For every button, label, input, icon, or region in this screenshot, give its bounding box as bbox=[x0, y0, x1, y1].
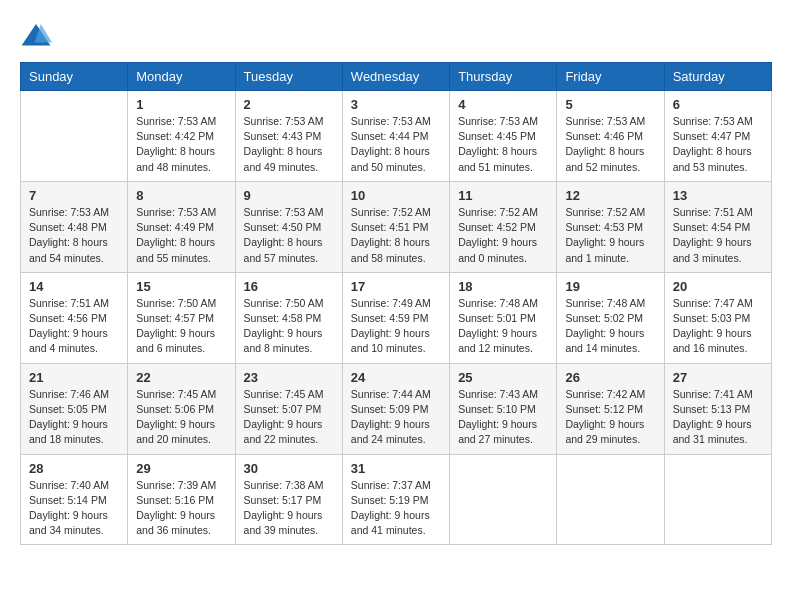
calendar-cell: 22Sunrise: 7:45 AMSunset: 5:06 PMDayligh… bbox=[128, 363, 235, 454]
calendar-cell: 26Sunrise: 7:42 AMSunset: 5:12 PMDayligh… bbox=[557, 363, 664, 454]
day-info: Sunrise: 7:53 AMSunset: 4:45 PMDaylight:… bbox=[458, 114, 548, 175]
calendar-cell bbox=[557, 454, 664, 545]
day-number: 11 bbox=[458, 188, 548, 203]
calendar-cell bbox=[664, 454, 771, 545]
day-number: 8 bbox=[136, 188, 226, 203]
calendar-cell: 15Sunrise: 7:50 AMSunset: 4:57 PMDayligh… bbox=[128, 272, 235, 363]
day-number: 14 bbox=[29, 279, 119, 294]
calendar-week-row: 28Sunrise: 7:40 AMSunset: 5:14 PMDayligh… bbox=[21, 454, 772, 545]
day-info: Sunrise: 7:50 AMSunset: 4:58 PMDaylight:… bbox=[244, 296, 334, 357]
calendar-cell: 20Sunrise: 7:47 AMSunset: 5:03 PMDayligh… bbox=[664, 272, 771, 363]
day-info: Sunrise: 7:53 AMSunset: 4:46 PMDaylight:… bbox=[565, 114, 655, 175]
calendar-cell: 17Sunrise: 7:49 AMSunset: 4:59 PMDayligh… bbox=[342, 272, 449, 363]
day-number: 12 bbox=[565, 188, 655, 203]
day-info: Sunrise: 7:49 AMSunset: 4:59 PMDaylight:… bbox=[351, 296, 441, 357]
day-info: Sunrise: 7:51 AMSunset: 4:54 PMDaylight:… bbox=[673, 205, 763, 266]
day-info: Sunrise: 7:41 AMSunset: 5:13 PMDaylight:… bbox=[673, 387, 763, 448]
day-info: Sunrise: 7:53 AMSunset: 4:43 PMDaylight:… bbox=[244, 114, 334, 175]
day-number: 27 bbox=[673, 370, 763, 385]
calendar-header: SundayMondayTuesdayWednesdayThursdayFrid… bbox=[21, 63, 772, 91]
day-number: 19 bbox=[565, 279, 655, 294]
day-info: Sunrise: 7:39 AMSunset: 5:16 PMDaylight:… bbox=[136, 478, 226, 539]
weekday-header-sunday: Sunday bbox=[21, 63, 128, 91]
day-info: Sunrise: 7:38 AMSunset: 5:17 PMDaylight:… bbox=[244, 478, 334, 539]
calendar-cell: 30Sunrise: 7:38 AMSunset: 5:17 PMDayligh… bbox=[235, 454, 342, 545]
page-header bbox=[20, 20, 772, 52]
weekday-header-tuesday: Tuesday bbox=[235, 63, 342, 91]
day-info: Sunrise: 7:48 AMSunset: 5:01 PMDaylight:… bbox=[458, 296, 548, 357]
day-info: Sunrise: 7:40 AMSunset: 5:14 PMDaylight:… bbox=[29, 478, 119, 539]
calendar-cell: 16Sunrise: 7:50 AMSunset: 4:58 PMDayligh… bbox=[235, 272, 342, 363]
day-number: 18 bbox=[458, 279, 548, 294]
day-number: 20 bbox=[673, 279, 763, 294]
calendar-cell: 8Sunrise: 7:53 AMSunset: 4:49 PMDaylight… bbox=[128, 181, 235, 272]
day-info: Sunrise: 7:53 AMSunset: 4:42 PMDaylight:… bbox=[136, 114, 226, 175]
day-number: 9 bbox=[244, 188, 334, 203]
calendar-cell: 4Sunrise: 7:53 AMSunset: 4:45 PMDaylight… bbox=[450, 91, 557, 182]
weekday-header-wednesday: Wednesday bbox=[342, 63, 449, 91]
calendar-cell: 27Sunrise: 7:41 AMSunset: 5:13 PMDayligh… bbox=[664, 363, 771, 454]
day-number: 5 bbox=[565, 97, 655, 112]
day-number: 6 bbox=[673, 97, 763, 112]
day-number: 4 bbox=[458, 97, 548, 112]
day-info: Sunrise: 7:46 AMSunset: 5:05 PMDaylight:… bbox=[29, 387, 119, 448]
day-info: Sunrise: 7:52 AMSunset: 4:51 PMDaylight:… bbox=[351, 205, 441, 266]
day-number: 7 bbox=[29, 188, 119, 203]
day-number: 21 bbox=[29, 370, 119, 385]
day-info: Sunrise: 7:53 AMSunset: 4:47 PMDaylight:… bbox=[673, 114, 763, 175]
calendar-cell: 13Sunrise: 7:51 AMSunset: 4:54 PMDayligh… bbox=[664, 181, 771, 272]
day-info: Sunrise: 7:44 AMSunset: 5:09 PMDaylight:… bbox=[351, 387, 441, 448]
day-info: Sunrise: 7:53 AMSunset: 4:48 PMDaylight:… bbox=[29, 205, 119, 266]
calendar-cell: 11Sunrise: 7:52 AMSunset: 4:52 PMDayligh… bbox=[450, 181, 557, 272]
day-number: 3 bbox=[351, 97, 441, 112]
day-number: 15 bbox=[136, 279, 226, 294]
calendar-cell: 1Sunrise: 7:53 AMSunset: 4:42 PMDaylight… bbox=[128, 91, 235, 182]
day-info: Sunrise: 7:37 AMSunset: 5:19 PMDaylight:… bbox=[351, 478, 441, 539]
calendar-cell: 2Sunrise: 7:53 AMSunset: 4:43 PMDaylight… bbox=[235, 91, 342, 182]
calendar-week-row: 21Sunrise: 7:46 AMSunset: 5:05 PMDayligh… bbox=[21, 363, 772, 454]
weekday-header-monday: Monday bbox=[128, 63, 235, 91]
weekday-header-saturday: Saturday bbox=[664, 63, 771, 91]
calendar-table: SundayMondayTuesdayWednesdayThursdayFrid… bbox=[20, 62, 772, 545]
calendar-cell bbox=[450, 454, 557, 545]
calendar-cell: 28Sunrise: 7:40 AMSunset: 5:14 PMDayligh… bbox=[21, 454, 128, 545]
calendar-cell: 14Sunrise: 7:51 AMSunset: 4:56 PMDayligh… bbox=[21, 272, 128, 363]
day-number: 1 bbox=[136, 97, 226, 112]
calendar-body: 1Sunrise: 7:53 AMSunset: 4:42 PMDaylight… bbox=[21, 91, 772, 545]
calendar-cell: 12Sunrise: 7:52 AMSunset: 4:53 PMDayligh… bbox=[557, 181, 664, 272]
day-info: Sunrise: 7:42 AMSunset: 5:12 PMDaylight:… bbox=[565, 387, 655, 448]
day-number: 17 bbox=[351, 279, 441, 294]
day-info: Sunrise: 7:45 AMSunset: 5:07 PMDaylight:… bbox=[244, 387, 334, 448]
day-number: 13 bbox=[673, 188, 763, 203]
logo-icon bbox=[20, 20, 52, 52]
day-info: Sunrise: 7:51 AMSunset: 4:56 PMDaylight:… bbox=[29, 296, 119, 357]
day-number: 24 bbox=[351, 370, 441, 385]
day-number: 10 bbox=[351, 188, 441, 203]
day-number: 28 bbox=[29, 461, 119, 476]
calendar-cell: 18Sunrise: 7:48 AMSunset: 5:01 PMDayligh… bbox=[450, 272, 557, 363]
calendar-cell: 25Sunrise: 7:43 AMSunset: 5:10 PMDayligh… bbox=[450, 363, 557, 454]
weekday-header-row: SundayMondayTuesdayWednesdayThursdayFrid… bbox=[21, 63, 772, 91]
day-info: Sunrise: 7:43 AMSunset: 5:10 PMDaylight:… bbox=[458, 387, 548, 448]
calendar-week-row: 1Sunrise: 7:53 AMSunset: 4:42 PMDaylight… bbox=[21, 91, 772, 182]
day-number: 16 bbox=[244, 279, 334, 294]
day-number: 2 bbox=[244, 97, 334, 112]
calendar-week-row: 14Sunrise: 7:51 AMSunset: 4:56 PMDayligh… bbox=[21, 272, 772, 363]
day-number: 23 bbox=[244, 370, 334, 385]
calendar-cell: 23Sunrise: 7:45 AMSunset: 5:07 PMDayligh… bbox=[235, 363, 342, 454]
calendar-cell: 19Sunrise: 7:48 AMSunset: 5:02 PMDayligh… bbox=[557, 272, 664, 363]
day-info: Sunrise: 7:48 AMSunset: 5:02 PMDaylight:… bbox=[565, 296, 655, 357]
calendar-cell: 24Sunrise: 7:44 AMSunset: 5:09 PMDayligh… bbox=[342, 363, 449, 454]
day-info: Sunrise: 7:50 AMSunset: 4:57 PMDaylight:… bbox=[136, 296, 226, 357]
calendar-cell: 10Sunrise: 7:52 AMSunset: 4:51 PMDayligh… bbox=[342, 181, 449, 272]
day-info: Sunrise: 7:53 AMSunset: 4:50 PMDaylight:… bbox=[244, 205, 334, 266]
day-info: Sunrise: 7:53 AMSunset: 4:49 PMDaylight:… bbox=[136, 205, 226, 266]
calendar-cell: 6Sunrise: 7:53 AMSunset: 4:47 PMDaylight… bbox=[664, 91, 771, 182]
day-info: Sunrise: 7:53 AMSunset: 4:44 PMDaylight:… bbox=[351, 114, 441, 175]
day-info: Sunrise: 7:52 AMSunset: 4:52 PMDaylight:… bbox=[458, 205, 548, 266]
calendar-cell bbox=[21, 91, 128, 182]
calendar-cell: 7Sunrise: 7:53 AMSunset: 4:48 PMDaylight… bbox=[21, 181, 128, 272]
weekday-header-thursday: Thursday bbox=[450, 63, 557, 91]
calendar-cell: 29Sunrise: 7:39 AMSunset: 5:16 PMDayligh… bbox=[128, 454, 235, 545]
day-info: Sunrise: 7:47 AMSunset: 5:03 PMDaylight:… bbox=[673, 296, 763, 357]
